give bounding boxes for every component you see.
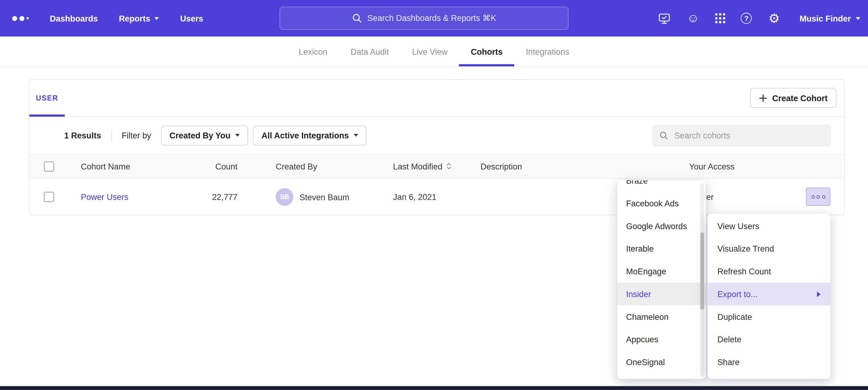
help-icon[interactable]: ?	[741, 12, 752, 24]
menu-item-iterable[interactable]: Iterable	[617, 237, 706, 260]
menu-item-duplicate[interactable]: Duplicate	[707, 305, 830, 328]
top-nav-left: Dashboards Reports Users	[12, 0, 204, 37]
bottom-strip	[0, 386, 868, 390]
created-by-filter-button[interactable]: Created By You	[161, 125, 248, 145]
chevron-down-icon	[354, 134, 358, 136]
export-integrations-list: Braze Facebook Ads Google Adwords Iterab…	[617, 180, 706, 373]
sort-icon	[446, 162, 452, 171]
cohorts-card-header: USER Create Cohort	[29, 80, 844, 117]
nav-reports-label: Reports	[119, 13, 150, 23]
menu-item-facebook-ads[interactable]: Facebook Ads	[617, 192, 706, 215]
nav-dashboards[interactable]: Dashboards	[50, 13, 98, 23]
plus-icon	[759, 94, 767, 102]
menu-item-export-to[interactable]: Export to...	[707, 283, 830, 305]
column-last-modified[interactable]: Last Modified	[393, 161, 452, 171]
nav-reports[interactable]: Reports	[119, 13, 159, 23]
dot	[816, 195, 820, 198]
search-icon	[659, 130, 668, 140]
menu-item-moengage[interactable]: MoEngage	[617, 260, 706, 283]
create-cohort-button[interactable]: Create Cohort	[750, 88, 837, 108]
column-your-access: Your Access	[689, 161, 735, 171]
column-cohort-name: Cohort Name	[81, 161, 130, 171]
settings-gear-icon[interactable]: ⚙	[768, 12, 781, 25]
menu-item-onesignal[interactable]: OneSignal	[617, 351, 706, 373]
last-modified-cell: Jan 6, 2021	[393, 192, 436, 202]
table-row: Power Users 22,777 SB Steven Baum Jan 6,…	[29, 179, 844, 215]
menu-item-visualize-trend[interactable]: Visualize Trend	[707, 237, 830, 260]
row-actions-button[interactable]	[806, 188, 831, 206]
menu-item-chameleon[interactable]: Chameleon	[617, 305, 706, 328]
row-context-menu: View Users Visualize Trend Refresh Count…	[707, 214, 830, 379]
menu-item-insider[interactable]: Insider	[617, 283, 706, 305]
cohort-search[interactable]	[652, 124, 831, 147]
apps-grid-icon[interactable]	[715, 13, 725, 23]
filter-by-label: Filter by	[122, 130, 151, 140]
table-header: Cohort Name Count Created By Last Modifi…	[29, 154, 844, 179]
chevron-down-icon	[236, 134, 240, 136]
menu-item-share[interactable]: Share	[707, 351, 830, 373]
chevron-right-icon	[817, 291, 820, 297]
monitor-check-icon[interactable]	[658, 12, 671, 25]
divider	[111, 129, 112, 141]
chevron-down-icon	[856, 17, 860, 20]
search-icon	[352, 13, 362, 23]
global-search[interactable]: Search Dashboards & Reports ⌘K	[279, 7, 568, 30]
app-viewport: Dashboards Reports Users Search Dashboar…	[0, 0, 868, 390]
scrollbar-thumb[interactable]	[700, 232, 704, 310]
created-by-cell: SB Steven Baum	[276, 188, 349, 206]
app-logo[interactable]	[12, 16, 29, 21]
integrations-filter-label: All Active Integrations	[261, 130, 349, 140]
column-last-modified-label: Last Modified	[393, 161, 442, 171]
logo-dot	[20, 16, 24, 21]
tab-user-cohorts[interactable]: USER	[29, 80, 65, 116]
global-search-placeholder: Search Dashboards & Reports ⌘K	[368, 13, 496, 23]
menu-item-delete[interactable]: Delete	[707, 328, 830, 351]
cohort-search-input[interactable]	[673, 130, 824, 140]
workspace-name: Music Finder	[800, 13, 851, 23]
dot	[811, 195, 815, 198]
dot	[822, 195, 825, 198]
tab-data-audit[interactable]: Data Audit	[339, 37, 400, 66]
logo-dot	[27, 17, 29, 20]
cohorts-card: USER Create Cohort 1 Results Filter by C…	[29, 79, 845, 215]
column-created-by: Created By	[276, 161, 317, 171]
select-all-checkbox[interactable]	[44, 161, 54, 171]
menu-item-google-adwords[interactable]: Google Adwords	[617, 215, 706, 237]
nav-users[interactable]: Users	[180, 13, 203, 23]
avatar: SB	[276, 188, 293, 206]
tab-lexicon[interactable]: Lexicon	[287, 37, 339, 66]
tab-cohorts[interactable]: Cohorts	[459, 37, 514, 66]
row-checkbox[interactable]	[44, 192, 54, 202]
menu-item-view-users[interactable]: View Users	[707, 215, 830, 237]
create-cohort-label: Create Cohort	[772, 93, 828, 103]
logo-dot	[12, 16, 17, 21]
menu-item-braze[interactable]: Braze	[617, 180, 706, 192]
menu-item-refresh-count[interactable]: Refresh Count	[707, 260, 830, 283]
menu-item-appcues[interactable]: Appcues	[617, 328, 706, 351]
tab-integrations[interactable]: Integrations	[514, 37, 581, 66]
created-by-name: Steven Baum	[300, 192, 349, 202]
integrations-filter-button[interactable]: All Active Integrations	[253, 125, 367, 145]
results-count: 1 Results	[64, 130, 101, 140]
tab-live-view[interactable]: Live View	[400, 37, 459, 66]
top-nav: Dashboards Reports Users Search Dashboar…	[0, 0, 868, 37]
cohort-name-link[interactable]: Power Users	[81, 192, 128, 202]
top-nav-right: ☺ ? ⚙ Music Finder	[658, 0, 860, 37]
created-by-filter-label: Created By You	[169, 130, 230, 140]
column-description: Description	[480, 161, 522, 171]
smiley-icon[interactable]: ☺	[686, 12, 700, 25]
export-integrations-menu: Braze Facebook Ads Google Adwords Iterab…	[617, 180, 706, 379]
chevron-down-icon	[155, 17, 159, 20]
menu-item-export-to-label: Export to...	[717, 289, 757, 299]
cohort-count: 22,777	[184, 192, 238, 202]
section-tabs: Lexicon Data Audit Live View Cohorts Int…	[0, 37, 868, 67]
column-count: Count	[184, 161, 238, 171]
filter-row: 1 Results Filter by Created By You All A…	[29, 117, 844, 154]
workspace-switcher[interactable]: Music Finder	[800, 13, 860, 23]
